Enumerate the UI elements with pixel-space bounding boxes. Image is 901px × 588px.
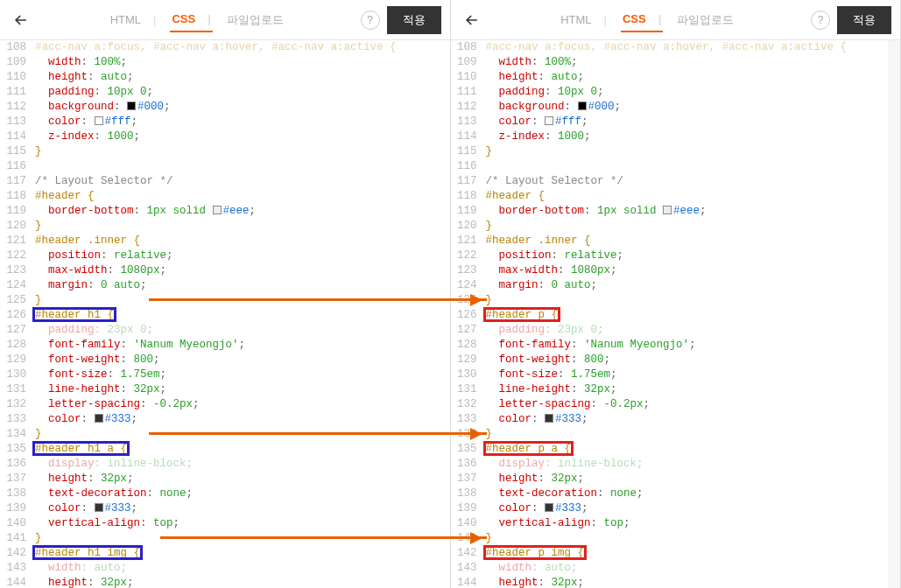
code-line[interactable]: 132 letter-spacing: -0.2px; <box>451 397 901 412</box>
code-line[interactable]: 112 background: #000; <box>0 100 450 115</box>
line-number: 137 <box>0 472 35 486</box>
code-line[interactable]: 133 color: #333; <box>451 412 901 427</box>
tab-css[interactable]: CSS <box>621 7 663 32</box>
code-line[interactable]: 119 border-bottom: 1px solid #eee; <box>0 204 450 219</box>
code-line[interactable]: 135#header h1 a { <box>0 442 450 457</box>
tab-css[interactable]: CSS <box>170 7 212 32</box>
code-text: display: inline-block; <box>35 457 450 472</box>
code-line[interactable]: 132 letter-spacing: -0.2px; <box>0 397 450 412</box>
back-button[interactable] <box>460 8 484 32</box>
code-text: } <box>486 293 901 308</box>
code-line[interactable]: 129 font-weight: 800; <box>451 353 901 368</box>
code-line[interactable]: 142#header h1 img { <box>0 546 450 561</box>
code-line[interactable]: 141} <box>0 531 450 546</box>
code-line[interactable]: 127 padding: 23px 0; <box>451 323 901 338</box>
code-line[interactable]: 126#header p { <box>451 308 901 323</box>
code-text: color: #333; <box>486 412 901 427</box>
line-number: 140 <box>451 516 486 531</box>
code-line[interactable]: 116 <box>451 159 901 174</box>
code-line[interactable]: 119 border-bottom: 1px solid #eee; <box>451 204 901 219</box>
line-number: 128 <box>451 338 486 353</box>
code-line[interactable]: 121#header .inner { <box>451 234 901 248</box>
code-line[interactable]: 138 text-decoration: none; <box>0 486 450 501</box>
code-line[interactable]: 120} <box>0 219 450 234</box>
code-line[interactable]: 134} <box>0 427 450 442</box>
code-line[interactable]: 137 height: 32px; <box>451 472 901 486</box>
code-line[interactable]: 115} <box>451 144 901 159</box>
code-text: padding: 10px 0; <box>486 85 901 100</box>
tab-html[interactable]: HTML <box>559 8 609 32</box>
code-line[interactable]: 140 vertical-align: top; <box>0 516 450 531</box>
code-line[interactable]: 121#header .inner { <box>0 234 450 248</box>
code-line[interactable]: 118#header { <box>0 189 450 204</box>
code-line[interactable]: 144 height: 32px; <box>451 576 901 588</box>
code-line[interactable]: 112 background: #000; <box>451 100 901 115</box>
code-line[interactable]: 118#header { <box>451 189 901 204</box>
code-line[interactable]: 122 position: relative; <box>0 248 450 263</box>
code-line[interactable]: 134} <box>451 427 901 442</box>
code-line[interactable]: 113 color: #fff; <box>451 115 901 130</box>
code-text: font-weight: 800; <box>486 353 901 368</box>
tab-fileupload[interactable]: 파일업로드 <box>675 7 736 33</box>
code-line[interactable]: 120} <box>451 219 901 234</box>
code-line[interactable]: 124 margin: 0 auto; <box>0 278 450 293</box>
code-line[interactable]: 113 color: #fff; <box>0 115 450 130</box>
code-text: margin: 0 auto; <box>35 278 450 293</box>
code-editor-left[interactable]: 108#acc-nav a:focus, #acc-nav a:hover, #… <box>0 40 450 588</box>
code-line[interactable]: 110 height: auto; <box>451 70 901 85</box>
code-line[interactable]: 109 width: 100%; <box>451 55 901 70</box>
code-line[interactable]: 130 font-size: 1.75em; <box>0 368 450 382</box>
code-line[interactable]: 116 <box>0 159 450 174</box>
code-line[interactable]: 136 display: inline-block; <box>0 457 450 472</box>
code-line[interactable]: 125} <box>0 293 450 308</box>
code-line[interactable]: 123 max-width: 1080px; <box>451 263 901 278</box>
code-line[interactable]: 136 display: inline-block; <box>451 457 901 472</box>
code-line[interactable]: 124 margin: 0 auto; <box>451 278 901 293</box>
help-button[interactable]: ? <box>361 10 380 30</box>
code-line[interactable]: 130 font-size: 1.75em; <box>451 368 901 382</box>
code-line[interactable]: 126#header h1 { <box>0 308 450 323</box>
code-line[interactable]: 144 height: 32px; <box>0 576 450 588</box>
apply-button[interactable]: 적용 <box>837 6 891 34</box>
code-line[interactable]: 133 color: #333; <box>0 412 450 427</box>
code-text: } <box>35 293 450 308</box>
tab-html[interactable]: HTML <box>109 8 158 32</box>
code-text: position: relative; <box>35 248 450 263</box>
code-line[interactable]: 108#acc-nav a:focus, #acc-nav a:hover, #… <box>451 40 901 55</box>
code-line[interactable]: 138 text-decoration: none; <box>451 486 901 501</box>
apply-button[interactable]: 적용 <box>387 6 441 34</box>
code-line[interactable]: 114 z-index: 1000; <box>0 130 450 144</box>
code-line[interactable]: 111 padding: 10px 0; <box>451 85 901 100</box>
code-line[interactable]: 140 vertical-align: top; <box>451 516 901 531</box>
code-line[interactable]: 135#header p a { <box>451 442 901 457</box>
code-line[interactable]: 115} <box>0 144 450 159</box>
code-line[interactable]: 111 padding: 10px 0; <box>0 85 450 100</box>
code-line[interactable]: 114 z-index: 1000; <box>451 130 901 144</box>
code-line[interactable]: 129 font-weight: 800; <box>0 353 450 368</box>
code-line[interactable]: 139 color: #333; <box>451 501 901 516</box>
tab-fileupload[interactable]: 파일업로드 <box>225 7 285 33</box>
code-line[interactable]: 128 font-family: 'Nanum Myeongjo'; <box>0 338 450 353</box>
code-line[interactable]: 142#header p img { <box>451 546 901 561</box>
code-line[interactable]: 139 color: #333; <box>0 501 450 516</box>
code-line[interactable]: 143 width: auto; <box>0 561 450 576</box>
back-button[interactable] <box>9 8 33 32</box>
code-line[interactable]: 137 height: 32px; <box>0 472 450 486</box>
code-line[interactable]: 143 width: auto; <box>451 561 901 576</box>
code-editor-right[interactable]: 108#acc-nav a:focus, #acc-nav a:hover, #… <box>451 40 901 588</box>
help-button[interactable]: ? <box>811 10 830 30</box>
code-line[interactable]: 117/* Layout Selector */ <box>0 174 450 189</box>
code-line[interactable]: 123 max-width: 1080px; <box>0 263 450 278</box>
code-line[interactable]: 125} <box>451 293 901 308</box>
line-number: 136 <box>0 457 35 472</box>
code-line[interactable]: 131 line-height: 32px; <box>451 382 901 397</box>
code-line[interactable]: 117/* Layout Selector */ <box>451 174 901 189</box>
code-line[interactable]: 131 line-height: 32px; <box>0 382 450 397</box>
code-line[interactable]: 127 padding: 23px 0; <box>0 323 450 338</box>
code-line[interactable]: 128 font-family: 'Nanum Myeongjo'; <box>451 338 901 353</box>
code-line[interactable]: 122 position: relative; <box>451 248 901 263</box>
code-line[interactable]: 141} <box>451 531 901 546</box>
code-line[interactable]: 108#acc-nav a:focus, #acc-nav a:hover, #… <box>0 40 450 55</box>
code-line[interactable]: 110 height: auto; <box>0 70 450 85</box>
code-line[interactable]: 109 width: 100%; <box>0 55 450 70</box>
